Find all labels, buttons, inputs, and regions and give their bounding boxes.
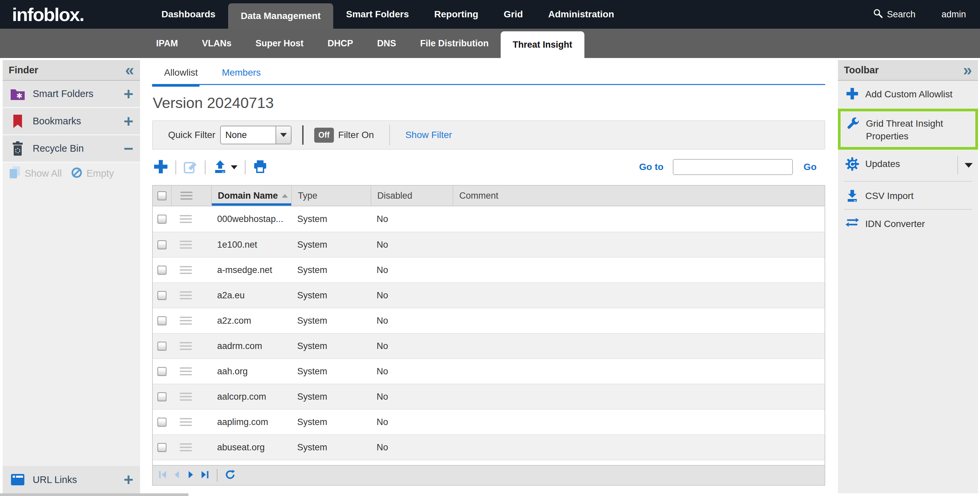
gear-refresh-icon xyxy=(843,157,861,171)
plus-icon xyxy=(843,87,861,100)
row-checkbox[interactable] xyxy=(158,240,167,249)
row-menu-icon[interactable] xyxy=(180,367,192,376)
first-page-button[interactable] xyxy=(158,470,167,481)
subnav-item-threat-insight[interactable]: Threat Insight xyxy=(501,31,584,58)
row-checkbox[interactable] xyxy=(158,266,167,275)
global-search[interactable]: Search xyxy=(873,8,916,21)
table-action-bar: Go to Go xyxy=(153,158,825,177)
table-row[interactable]: a2a.eu System No xyxy=(153,282,824,307)
table-row[interactable]: 1e100.net System No xyxy=(153,232,824,257)
filter-toggle[interactable]: Off xyxy=(314,128,334,143)
quick-filter-select[interactable]: None xyxy=(220,126,291,144)
tab-allowlist[interactable]: Allowlist xyxy=(164,67,198,78)
table-row[interactable]: 000webhostap... System No xyxy=(153,206,824,232)
subnav-item-dns[interactable]: DNS xyxy=(365,29,408,58)
table-row[interactable]: aah.org System No xyxy=(153,358,824,383)
row-checkbox[interactable] xyxy=(158,215,167,223)
table-row[interactable]: aalcorp.com System No xyxy=(153,383,824,409)
row-checkbox[interactable] xyxy=(158,316,167,325)
row-checkbox[interactable] xyxy=(158,342,167,351)
add-smart-folder-button[interactable]: + xyxy=(124,89,134,99)
tab-members[interactable]: Members xyxy=(222,67,261,78)
row-menu-icon[interactable] xyxy=(180,342,192,350)
subnav-item-super-host[interactable]: Super Host xyxy=(243,29,315,58)
add-bookmark-button[interactable]: + xyxy=(124,116,134,126)
divider xyxy=(302,125,304,145)
table-row[interactable]: abuseat.org System No xyxy=(153,434,824,460)
subnav-item-vlans[interactable]: VLANs xyxy=(190,29,244,58)
filter-bar: Quick Filter None Off Filter On Show Fil… xyxy=(152,120,825,150)
last-page-button[interactable] xyxy=(200,470,210,481)
table-row[interactable]: aadrm.com System No xyxy=(153,333,824,358)
select-all-checkbox[interactable] xyxy=(158,191,167,200)
sidebar-item-smart-folders[interactable]: Smart Folders + xyxy=(3,81,140,108)
subnav-item-dhcp[interactable]: DHCP xyxy=(315,29,365,58)
quick-filter-dropdown-button[interactable] xyxy=(275,126,291,144)
nav-item-administration[interactable]: Administration xyxy=(536,0,627,29)
row-menu-icon[interactable] xyxy=(180,393,192,401)
nav-item-smart-folders[interactable]: Smart Folders xyxy=(333,0,421,29)
collapse-finder-icon[interactable]: « xyxy=(125,63,134,77)
column-header-disabled[interactable]: Disabled xyxy=(371,185,453,206)
previous-page-button[interactable] xyxy=(172,470,181,481)
column-header-type[interactable]: Type xyxy=(291,185,371,206)
table-row[interactable]: a2z.com System No xyxy=(153,307,824,333)
export-button[interactable] xyxy=(213,159,228,175)
column-menu-icon[interactable] xyxy=(180,192,192,200)
user-menu[interactable]: admin xyxy=(941,10,966,20)
table-row[interactable]: a-msedge.net System No xyxy=(153,257,824,282)
go-button[interactable]: Go xyxy=(803,162,816,172)
nav-item-dashboards[interactable]: Dashboards xyxy=(149,0,228,29)
nav-item-reporting[interactable]: Reporting xyxy=(422,0,491,29)
row-menu-icon[interactable] xyxy=(180,317,192,325)
goto-label: Go to xyxy=(639,162,663,172)
row-checkbox[interactable] xyxy=(158,443,167,452)
empty-label: Empty xyxy=(86,168,114,179)
show-all-button[interactable]: Show All xyxy=(9,166,62,181)
cell-domain: aadrm.com xyxy=(211,341,291,351)
toolbar-item-csv-import[interactable]: CSV Import xyxy=(838,182,978,208)
refresh-button[interactable] xyxy=(225,469,235,481)
toolbar-item-add-custom-allowlist[interactable]: Add Custom Allowlist xyxy=(838,81,978,107)
collapse-recycle-bin-button[interactable]: − xyxy=(124,144,134,154)
updates-dropdown[interactable] xyxy=(957,156,973,174)
table-row[interactable]: aaplimg.com System No xyxy=(153,409,824,434)
sidebar-item-bookmarks[interactable]: Bookmarks + xyxy=(3,108,140,135)
add-url-link-button[interactable]: + xyxy=(124,475,134,485)
goto-input[interactable] xyxy=(673,159,793,175)
row-checkbox[interactable] xyxy=(158,367,167,376)
edit-button[interactable] xyxy=(183,160,197,175)
sidebar-item-url-links[interactable]: URL Links + xyxy=(3,466,140,493)
row-menu-icon[interactable] xyxy=(180,215,192,223)
print-button[interactable] xyxy=(253,160,267,175)
row-checkbox[interactable] xyxy=(158,418,167,427)
sort-ascending-icon xyxy=(282,194,288,198)
toolbar-item-updates[interactable]: Updates xyxy=(838,151,978,180)
show-filter-link[interactable]: Show Filter xyxy=(405,130,452,140)
column-header-domain-name[interactable]: Domain Name xyxy=(211,185,291,206)
bottom-scroll-strip[interactable] xyxy=(0,493,188,496)
next-page-button[interactable] xyxy=(186,470,196,481)
row-menu-icon[interactable] xyxy=(180,292,192,300)
toolbar-item-idn-converter[interactable]: IDN Converter xyxy=(838,210,978,236)
divider xyxy=(245,160,245,174)
top-nav-right: Search admin xyxy=(873,0,966,29)
cell-domain: a2z.com xyxy=(211,316,291,326)
add-button[interactable] xyxy=(153,159,168,175)
expand-toolbar-icon[interactable]: » xyxy=(963,63,972,77)
row-checkbox[interactable] xyxy=(158,291,167,300)
toolbar-item-grid-threat-insight-properties[interactable]: Grid Threat Insight Properties xyxy=(838,109,978,150)
export-dropdown-icon[interactable] xyxy=(231,165,237,170)
subnav-item-file-distribution[interactable]: File Distribution xyxy=(408,29,501,58)
row-checkbox[interactable] xyxy=(158,392,167,401)
sidebar-item-recycle-bin[interactable]: Recycle Bin − xyxy=(3,135,140,163)
subnav-item-ipam[interactable]: IPAM xyxy=(144,29,190,58)
row-menu-icon[interactable] xyxy=(180,241,192,249)
empty-recycle-bin-button[interactable]: Empty xyxy=(70,166,114,180)
row-menu-icon[interactable] xyxy=(180,266,192,274)
row-menu-icon[interactable] xyxy=(180,443,192,451)
nav-item-data-management[interactable]: Data Management xyxy=(228,3,334,29)
nav-item-grid[interactable]: Grid xyxy=(491,0,536,29)
column-header-comment[interactable]: Comment xyxy=(453,185,824,206)
row-menu-icon[interactable] xyxy=(180,418,192,426)
